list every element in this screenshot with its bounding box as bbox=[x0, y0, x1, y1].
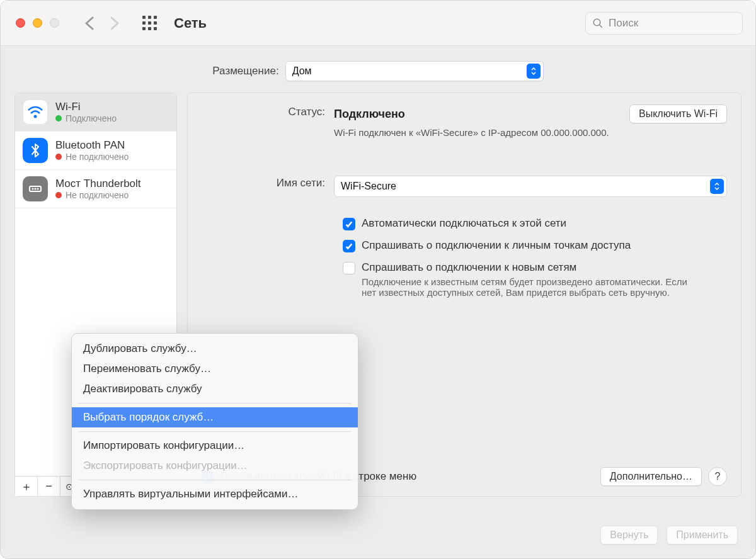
add-service-button[interactable]: ＋ bbox=[15, 477, 38, 496]
menu-item[interactable]: Выбрать порядок служб… bbox=[72, 407, 358, 427]
service-status: Не подключено bbox=[55, 190, 141, 200]
remove-service-button[interactable]: − bbox=[38, 477, 60, 496]
location-select[interactable]: Дом bbox=[285, 61, 544, 81]
search-placeholder: Поиск bbox=[609, 17, 638, 30]
menu-item: Экспортировать конфигурации… bbox=[72, 456, 358, 476]
ask-hotspots-row: Спрашивать о подключении к личным точкам… bbox=[343, 239, 727, 252]
sidebar-item-мост-thunderbolt[interactable]: Мост ThunderboltНе подключено bbox=[15, 170, 176, 208]
network-name-select[interactable]: WiFi-Secure bbox=[334, 176, 727, 197]
close-icon[interactable] bbox=[16, 18, 25, 28]
location-row: Размещение: Дом bbox=[14, 52, 742, 93]
status-label: Статус: bbox=[202, 104, 334, 138]
status-dot-icon bbox=[55, 192, 62, 198]
status-dot-icon bbox=[55, 154, 62, 160]
menu-item[interactable]: Импортировать конфигурации… bbox=[72, 436, 358, 456]
location-label: Размещение: bbox=[212, 65, 278, 77]
auto-join-row: Автоматически подключаться к этой сети bbox=[343, 217, 727, 230]
status-dot-icon bbox=[55, 115, 62, 121]
ask-new-networks-label: Спрашивать о подключении к новым сетям bbox=[362, 261, 689, 274]
thunderbolt-icon bbox=[23, 176, 48, 201]
svg-point-0 bbox=[593, 19, 600, 26]
status-value: Подключено bbox=[334, 108, 405, 121]
menu-item[interactable]: Деактивировать службу bbox=[72, 379, 358, 399]
minimize-icon[interactable] bbox=[33, 18, 42, 28]
sidebar-item-wi-fi[interactable]: Wi-FiПодключено bbox=[15, 93, 176, 132]
window-title: Сеть bbox=[174, 15, 207, 31]
location-value: Дом bbox=[292, 65, 312, 77]
maximize-icon bbox=[50, 18, 59, 28]
apply-button[interactable]: Применить bbox=[667, 526, 738, 545]
back-button[interactable] bbox=[79, 13, 100, 33]
ask-hotspots-checkbox[interactable] bbox=[343, 240, 355, 252]
all-preferences-button[interactable] bbox=[139, 13, 160, 34]
ask-new-networks-checkbox[interactable] bbox=[343, 262, 355, 274]
menu-item[interactable]: Управлять виртуальными интерфейсами… bbox=[72, 484, 358, 504]
service-actions-menu: Дублировать службу…Переименовать службу…… bbox=[71, 333, 358, 510]
window-controls bbox=[16, 18, 59, 28]
auto-join-label: Автоматически подключаться к этой сети bbox=[362, 217, 566, 230]
service-status: Не подключено bbox=[55, 152, 129, 162]
service-name: Мост Thunderbolt bbox=[55, 178, 141, 190]
svg-point-2 bbox=[34, 115, 37, 118]
service-name: Wi-Fi bbox=[55, 101, 117, 113]
forward-button bbox=[105, 13, 125, 33]
auto-join-checkbox[interactable] bbox=[343, 218, 355, 230]
help-button[interactable]: ? bbox=[708, 467, 727, 486]
wifi-toggle-button[interactable]: Выключить Wi-Fi bbox=[629, 104, 727, 123]
updown-arrows-icon bbox=[527, 64, 541, 79]
svg-point-6 bbox=[37, 188, 39, 190]
updown-arrows-icon bbox=[710, 179, 724, 194]
svg-point-5 bbox=[35, 188, 37, 190]
window-footer-buttons: Вернуть Применить bbox=[600, 526, 738, 545]
ask-hotspots-label: Спрашивать о подключении к личным точкам… bbox=[362, 239, 631, 252]
status-description: Wi-Fi подключен к «WiFi-Secure» с IP-адр… bbox=[334, 127, 727, 138]
svg-line-1 bbox=[599, 25, 602, 28]
service-status: Подключено bbox=[55, 113, 117, 123]
network-name-row: Имя сети: WiFi-Secure bbox=[202, 176, 727, 197]
wifi-icon bbox=[23, 99, 48, 125]
search-input[interactable]: Поиск bbox=[585, 12, 743, 35]
ask-new-networks-row: Спрашивать о подключении к новым сетям П… bbox=[343, 261, 727, 298]
advanced-button[interactable]: Дополнительно… bbox=[600, 467, 702, 486]
network-name-value: WiFi-Secure bbox=[341, 181, 396, 192]
svg-point-4 bbox=[32, 188, 34, 190]
search-icon bbox=[592, 18, 604, 29]
revert-button[interactable]: Вернуть bbox=[600, 526, 658, 545]
menu-item[interactable]: Переименовать службу… bbox=[72, 359, 358, 379]
menu-separator bbox=[78, 480, 352, 480]
grid-icon bbox=[142, 16, 157, 30]
bluetooth-icon bbox=[23, 138, 48, 163]
network-name-label: Имя сети: bbox=[202, 176, 334, 197]
ask-new-networks-desc: Подключение к известным сетям будет прои… bbox=[362, 276, 689, 298]
menu-separator bbox=[78, 403, 352, 404]
content-area: Размещение: Дом Wi-FiПодключеноBluetooth… bbox=[1, 46, 755, 558]
status-row: Статус: Подключено Выключить Wi-Fi Wi-Fi… bbox=[202, 104, 727, 138]
sidebar-item-bluetooth-pan[interactable]: Bluetooth PANНе подключено bbox=[15, 132, 176, 170]
menu-item[interactable]: Дублировать службу… bbox=[72, 339, 358, 359]
titlebar: Сеть Поиск bbox=[1, 1, 755, 46]
service-name: Bluetooth PAN bbox=[55, 139, 129, 152]
network-preferences-window: Сеть Поиск Размещение: Дом Wi-FiПодключе… bbox=[0, 0, 756, 559]
menu-separator bbox=[78, 431, 352, 432]
